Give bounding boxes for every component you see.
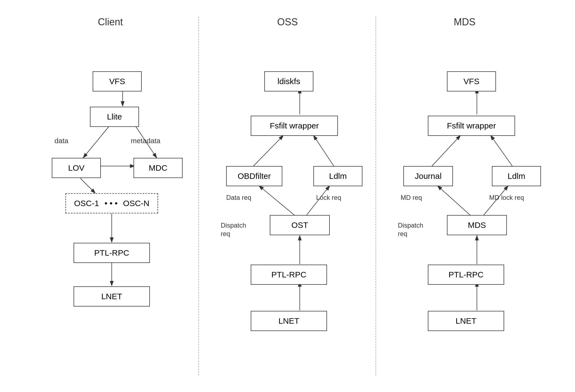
mds-content: VFS Fsfilt wrapper Journal Ldlm [387,44,542,371]
client-lnet-label: LNET [101,292,122,301]
client-title: Client [98,16,123,28]
oss-ptlrpc-label: PTL-RPC [271,270,306,279]
mds-fsfilt-node: Fsfilt wrapper [428,116,515,136]
oss-ost-box: OST [270,215,330,235]
client-lnet-box: LNET [74,286,150,307]
mds-ldlm-node: Ldlm [492,166,541,186]
oss-ldiskfs-label: ldiskfs [277,77,300,86]
oss-column: OSS [199,16,376,376]
mds-journal-node: Journal [403,166,453,186]
oss-ptlrpc-box: PTL-RPC [251,265,327,285]
svg-line-18 [432,135,461,166]
oss-content: ldiskfs Fsfilt wrapper OBDfilter Ldlm [210,44,365,371]
oss-lnet-box: LNET [251,311,327,331]
client-lnet-node: LNET [74,286,150,307]
oss-fsfilt-node: Fsfilt wrapper [251,116,338,136]
oss-obdfilter-node: OBDfilter [226,166,282,186]
mds-title: MDS [454,16,476,28]
mds-lnet-node: LNET [428,311,504,331]
client-ptlrpc-node: PTL-RPC [74,243,150,263]
oss-lockreq-label: Lock req [316,194,341,201]
svg-line-2 [83,123,112,158]
oss-lnet-node: LNET [251,311,327,331]
oss-ost-label: OST [291,220,308,229]
oss-ldlm-box: Ldlm [313,166,362,186]
oss-title: OSS [277,16,298,28]
client-mdc-box: MDC [134,158,183,178]
client-llite-box: Llite [90,107,139,127]
oss-ldlm-label: Ldlm [329,171,347,180]
client-content: VFS Llite data metadata LOV [33,44,188,371]
client-ptlrpc-label: PTL-RPC [94,248,129,257]
oss-ldlm-node: Ldlm [313,166,362,186]
mds-vfs-node: VFS [447,71,496,91]
oss-ost-node: OST [270,215,330,235]
oss-fsfilt-box: Fsfilt wrapper [251,116,338,136]
mds-lnet-box: LNET [428,311,504,331]
mds-journal-label: Journal [415,171,441,180]
mds-mdlockreq-label: MD lock req [489,194,524,201]
client-osc1-label: OSC-1 [74,199,99,208]
mds-column: MDS [376,16,553,376]
svg-line-12 [259,186,294,215]
client-llite-node: Llite [90,107,139,127]
mds-mdreq-label: MD req [401,194,422,201]
client-mdc-label: MDC [149,163,167,172]
client-lov-label: LOV [68,163,84,172]
mds-ptlrpc-box: PTL-RPC [428,265,504,285]
mds-ldlm-label: Ldlm [507,171,525,180]
client-mdc-node: MDC [134,158,183,178]
svg-line-11 [313,135,334,166]
oss-datareq-label: Data req [226,194,251,201]
client-osc-dashed: OSC-1 • • • OSC-N [65,193,158,213]
client-lov-box: LOV [52,158,101,178]
svg-line-20 [437,186,470,215]
client-osc-dots: • • • [104,199,117,208]
mds-mds-label: MDS [468,220,486,229]
oss-obdfilter-box: OBDfilter [226,166,282,186]
client-data-label: data [55,137,68,145]
oss-dispatch-label: Dispatchreq [221,221,246,238]
svg-line-10 [253,135,283,166]
mds-mds-box: MDS [447,215,507,235]
client-lov-node: LOV [52,158,101,178]
client-oscn-label: OSC-N [123,199,150,208]
client-metadata-label: metadata [131,137,160,145]
svg-line-19 [491,135,512,166]
mds-lnet-label: LNET [456,316,477,325]
mds-vfs-label: VFS [464,77,479,86]
mds-journal-box: Journal [403,166,453,186]
client-column: Client [22,16,199,376]
mds-ptlrpc-node: PTL-RPC [428,265,504,285]
mds-dispatch-label: Dispatchreq [398,221,423,238]
mds-ldlm-box: Ldlm [492,166,541,186]
oss-ptlrpc-node: PTL-RPC [251,265,327,285]
mds-mds-node: MDS [447,215,507,235]
client-vfs-node: VFS [93,71,142,91]
oss-ldiskfs-box: ldiskfs [264,71,313,91]
mds-ptlrpc-label: PTL-RPC [449,270,483,279]
client-vfs-label: VFS [109,77,125,86]
oss-fsfilt-label: Fsfilt wrapper [270,121,319,130]
svg-line-5 [80,178,95,193]
oss-ldiskfs-node: ldiskfs [264,71,313,91]
mds-fsfilt-label: Fsfilt wrapper [447,121,496,130]
diagram-container: Client [0,0,575,392]
oss-obdfilter-label: OBDfilter [238,171,271,180]
client-osc-group: OSC-1 • • • OSC-N [49,193,174,213]
oss-lnet-label: LNET [279,316,299,325]
client-ptlrpc-box: PTL-RPC [74,243,150,263]
mds-fsfilt-box: Fsfilt wrapper [428,116,515,136]
client-vfs-box: VFS [93,71,142,91]
client-llite-label: Llite [107,112,122,121]
mds-vfs-box: VFS [447,71,496,91]
